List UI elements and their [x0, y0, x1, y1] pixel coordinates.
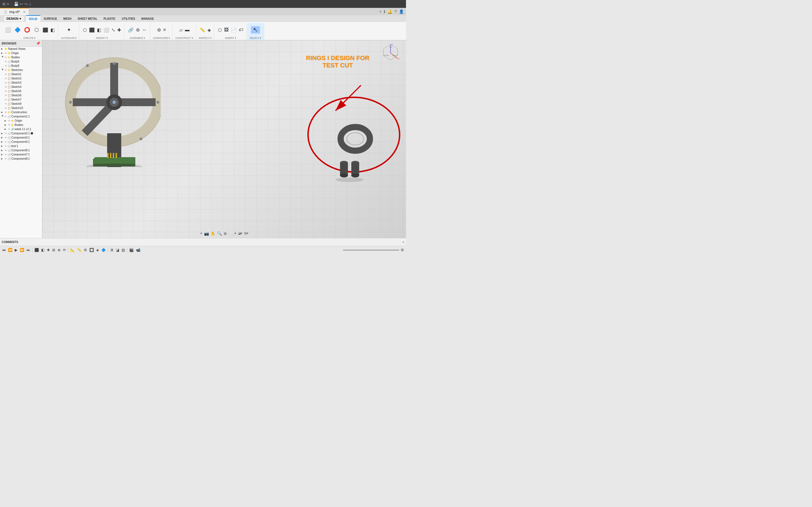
configure-arrow[interactable]: ▾: [168, 37, 170, 40]
inspect-arrow[interactable]: ▾: [210, 37, 212, 40]
browser-comp8[interactable]: ▶ 👁 ⬜ Component8:1: [0, 157, 42, 161]
browser-sketch5[interactable]: 👁 📋 Sketch5: [0, 89, 42, 93]
tool6[interactable]: ⟳: [62, 247, 67, 252]
browser-origin[interactable]: ▶ 👁 📁 Origin: [0, 51, 42, 55]
insert-svg-btn[interactable]: 🖼: [223, 27, 230, 33]
insert-dxf-btn[interactable]: 📄: [230, 27, 238, 33]
construct-arrow[interactable]: ▾: [192, 37, 193, 40]
browser-pin[interactable]: 📌: [36, 41, 40, 45]
browser-component1[interactable]: ▶ 👁 ⬜ Component1:1: [0, 114, 42, 119]
viewport[interactable]: RINGS I DESIGN FOR TEST CUT: [42, 40, 406, 238]
design-dropdown[interactable]: DESIGN ▾: [3, 15, 24, 22]
select-btn[interactable]: ↖: [251, 26, 260, 34]
revolve-btn[interactable]: ⭕: [22, 27, 32, 33]
tool3[interactable]: ✚: [46, 247, 51, 252]
viewport-zoom-btn[interactable]: 🔍: [217, 231, 222, 236]
browser-comp1-origin[interactable]: ▶ 👁 📁 Origin: [0, 119, 42, 123]
rigid-btn[interactable]: ⚙: [135, 27, 141, 33]
midplane-btn[interactable]: ▬: [184, 27, 190, 33]
tool4[interactable]: ⊞: [51, 247, 56, 252]
anim1[interactable]: 🎬: [128, 247, 135, 252]
insert-mesh-btn[interactable]: ⬡: [217, 27, 223, 33]
browser-sketch9[interactable]: 👁 📋 Sketch9: [0, 102, 42, 106]
tool5[interactable]: ⊕: [57, 247, 61, 252]
tab-solid[interactable]: SOLID: [26, 15, 40, 22]
grid-btn[interactable]: ⊞▾: [244, 231, 248, 235]
view-cube[interactable]: Top FRONT RIGHT Z X: [380, 43, 400, 63]
tool1[interactable]: ⬛: [34, 247, 40, 252]
prev-btn[interactable]: ⏮: [1, 247, 6, 252]
tool12[interactable]: 🔷: [100, 247, 107, 252]
interference-btn[interactable]: ◈: [207, 27, 212, 33]
info-icon[interactable]: ℹ: [384, 9, 385, 14]
tab-mesh[interactable]: MESH: [61, 15, 74, 22]
viewport-camera-btn[interactable]: 📷: [204, 231, 209, 236]
browser-sketch10[interactable]: 👁 📋 Sketch10: [0, 106, 42, 110]
decal-btn[interactable]: 🏷: [238, 27, 244, 33]
tab-plastic[interactable]: PLASTIC: [101, 15, 118, 22]
play-btn[interactable]: ▶: [14, 247, 18, 252]
redo-icon[interactable]: ↪: [24, 2, 28, 6]
browser-sketch7[interactable]: 👁 📋 Sketch7: [0, 98, 42, 102]
comments-add-btn[interactable]: +: [402, 240, 404, 244]
configure-btn[interactable]: ⚙: [156, 27, 162, 33]
home-icon[interactable]: ⌂: [29, 2, 31, 6]
browser-comp6[interactable]: ▶ 👁 ⬜ Component6:1: [0, 148, 42, 152]
browser-body8[interactable]: 👁 ⬜ Body8: [0, 64, 42, 68]
browser-sketch4[interactable]: 👁 📋 Sketch4: [0, 85, 42, 89]
fillet-btn[interactable]: ⬛: [42, 27, 49, 33]
notifications-icon[interactable]: 🔔: [388, 9, 392, 14]
browser-body6[interactable]: 👁 ⬜ Body6: [0, 59, 42, 64]
browser-bodies[interactable]: ▶ 👁 📁 Bodies: [0, 55, 42, 59]
chamfer-btn[interactable]: ◧: [50, 27, 56, 33]
tab-ring[interactable]: 💍 ring v5* ✕: [0, 8, 29, 15]
parameters-btn[interactable]: ≡: [162, 27, 167, 33]
insert-arrow[interactable]: ▾: [235, 37, 236, 40]
next-btn[interactable]: ⏭: [26, 247, 31, 252]
browser-sketch2[interactable]: 👁 📋 Sketch2: [0, 76, 42, 80]
tool10[interactable]: 🔲: [89, 247, 95, 252]
modify-arrow[interactable]: ▾: [107, 37, 108, 40]
tab-sheet-metal[interactable]: SHEET METAL: [75, 15, 100, 22]
user-avatar[interactable]: 👤: [399, 9, 404, 14]
browser-comp1-bodies[interactable]: ▶ 👁 📁 Bodies: [0, 123, 42, 127]
fillet-mod-btn[interactable]: ⬛: [88, 27, 96, 33]
select-arrow[interactable]: ▾: [260, 37, 261, 40]
measure-btn[interactable]: 📏: [199, 27, 206, 33]
browser-sketches[interactable]: ▶ 👁 📁 Sketches: [0, 68, 42, 72]
step-next-btn[interactable]: ⏩: [19, 247, 25, 252]
grid-icon[interactable]: ⊞: [2, 2, 6, 6]
tool11[interactable]: ◈: [95, 247, 100, 252]
browser-sketch6[interactable]: 👁 📋 Sketch6: [0, 93, 42, 98]
offset-plane-btn[interactable]: ▱: [179, 27, 184, 33]
display3[interactable]: ▨: [121, 247, 126, 252]
display1[interactable]: 🖥: [109, 247, 114, 252]
tool9[interactable]: ⚙: [83, 247, 88, 252]
joint-btn[interactable]: 🔗: [127, 27, 135, 33]
anim2[interactable]: 📹: [135, 247, 141, 252]
browser-comp2[interactable]: ▶ 👁 ⬜ Component2:1 ⚫: [0, 131, 42, 135]
assemble-arrow[interactable]: ▾: [144, 37, 145, 40]
browser-comp7[interactable]: ▶ 👁 ⬜ Component7:1: [0, 152, 42, 157]
browser-named-views[interactable]: ▶ 📁 Named Views: [0, 47, 42, 51]
viewport-pan-btn[interactable]: ✋: [211, 231, 215, 236]
settings-btn[interactable]: ⚙: [400, 247, 405, 252]
menu-icon[interactable]: ≡: [7, 2, 9, 6]
browser-comp4[interactable]: ▶ 👁 ⬜ Component4:1: [0, 140, 42, 144]
chamfer-mod-btn[interactable]: ◧: [96, 27, 102, 33]
help-icon[interactable]: ?: [395, 9, 397, 14]
browser-construction[interactable]: ▶ 👁 📁 Construction: [0, 110, 42, 114]
extrude-btn[interactable]: 🔷: [13, 27, 22, 33]
display2[interactable]: ◪: [115, 247, 120, 252]
browser-test[interactable]: ▶ 👁 ⬜ test:1: [0, 144, 42, 148]
scale-btn[interactable]: ⤡: [110, 27, 116, 33]
tool7[interactable]: 📐: [69, 247, 75, 252]
browser-sketch1[interactable]: 👁 📋 Sketch1: [0, 72, 42, 76]
visual-style-btn[interactable]: ◪▾: [238, 231, 243, 235]
tool2[interactable]: ◧: [40, 247, 45, 252]
shell-btn[interactable]: ⬜: [103, 27, 110, 33]
viewport-orbit-btn[interactable]: ⊕: [223, 231, 227, 236]
combine-btn[interactable]: ✚: [116, 27, 122, 33]
new-component-btn[interactable]: ⬜: [3, 27, 12, 33]
press-pull-btn[interactable]: ⬡: [82, 27, 88, 33]
